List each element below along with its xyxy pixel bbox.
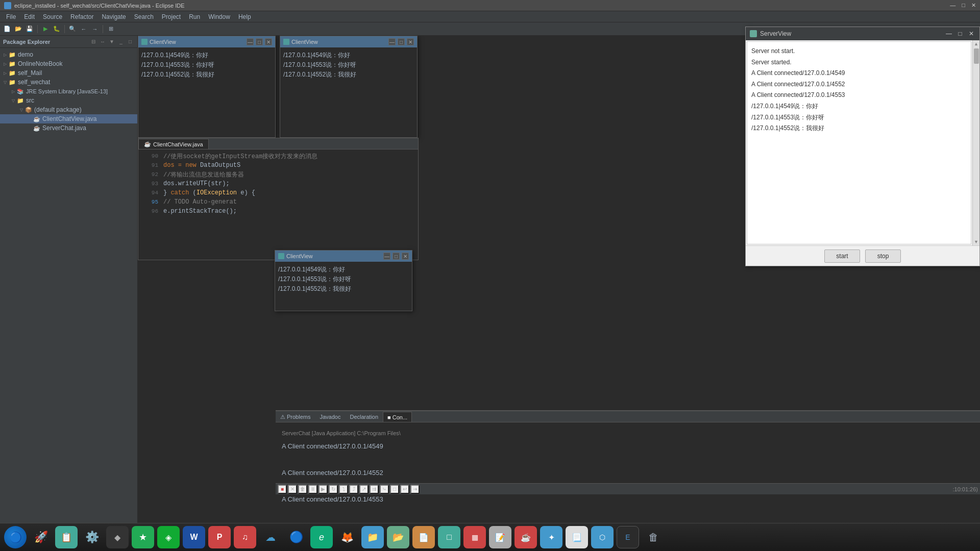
client-view-title-2[interactable]: ClientView — □ ✕: [280, 36, 417, 47]
toolbar-search[interactable]: 🔍: [67, 24, 78, 34]
link-editor-btn[interactable]: ↔: [99, 38, 107, 46]
sidebar-item-clientchat[interactable]: ▷ ☕ ClientChatView.java: [0, 114, 137, 123]
collapse-all-btn[interactable]: ⊟: [89, 38, 97, 46]
taskbar-vscode[interactable]: ◈: [157, 526, 180, 548]
server-view-title[interactable]: ServerView — □ ✕: [746, 27, 979, 40]
sidebar-item-jre[interactable]: ▷ 📚 JRE System Library [JavaSE-13]: [0, 87, 137, 96]
toolbar-forward[interactable]: →: [90, 24, 100, 34]
debug-disconnect[interactable]: ✕: [288, 485, 297, 494]
tab-console[interactable]: ■ Con...: [383, 412, 412, 422]
menu-refactor[interactable]: Refactor: [66, 12, 97, 21]
maximize-cv3[interactable]: □: [393, 253, 400, 260]
view-menu-btn[interactable]: ▼: [108, 38, 116, 46]
debug-step10[interactable]: ↩: [400, 485, 409, 494]
menu-run[interactable]: Run: [185, 12, 204, 21]
taskbar-files[interactable]: 📁: [361, 526, 384, 548]
debug-stop-btn[interactable]: ■: [278, 485, 287, 494]
sv-maximize-btn[interactable]: □: [956, 30, 964, 38]
sv-scroll-thumb[interactable]: [974, 48, 979, 64]
debug-step7[interactable]: ⇉: [370, 485, 379, 494]
debug-step8[interactable]: ⤷: [380, 485, 389, 494]
close-cv3[interactable]: ✕: [402, 253, 409, 260]
close-btn[interactable]: ✕: [971, 2, 976, 9]
sv-scrollbar[interactable]: ▲ ▼: [972, 40, 979, 245]
code-content[interactable]: 90 //使用socket的getInputStream接收对方发来的消息 91…: [138, 149, 418, 260]
taskbar-onedrive[interactable]: ☁: [259, 526, 282, 548]
menu-edit[interactable]: Edit: [20, 12, 39, 21]
taskbar-chrome[interactable]: 🔵: [285, 526, 307, 548]
taskbar-star[interactable]: ★: [132, 526, 154, 548]
console-content[interactable]: ServerChat [Java Application] C:\Program…: [276, 422, 980, 522]
menu-help[interactable]: Help: [234, 12, 255, 21]
debug-step6[interactable]: ↗: [359, 485, 369, 494]
taskbar-sysprefs[interactable]: ⚙️: [81, 526, 103, 548]
sidebar-item-demo[interactable]: ▷ 📁 demo: [0, 50, 137, 59]
menu-project[interactable]: Project: [158, 12, 185, 21]
tab-problems[interactable]: ⚠ Problems: [276, 412, 315, 422]
minimize-cv2[interactable]: —: [388, 38, 396, 45]
sv-close-btn[interactable]: ✕: [967, 30, 975, 38]
taskbar-text[interactable]: 📝: [489, 526, 511, 548]
maximize-panel-btn[interactable]: □: [126, 38, 134, 46]
minimize-btn[interactable]: —: [950, 2, 955, 9]
sidebar-item-selfmail[interactable]: ▷ 📁 self_Mail: [0, 68, 137, 78]
taskbar-unity[interactable]: ◆: [106, 526, 129, 548]
toolbar-open[interactable]: 📂: [13, 24, 23, 34]
tab-javadoc[interactable]: Javadoc: [315, 412, 345, 422]
taskbar-eclipse[interactable]: E: [617, 526, 639, 548]
taskbar-app2[interactable]: ▦: [463, 526, 486, 548]
toolbar-back[interactable]: ←: [79, 24, 89, 34]
server-stop-btn[interactable]: stop: [865, 249, 901, 263]
sv-minimize-btn[interactable]: —: [945, 30, 953, 38]
taskbar-launchpad[interactable]: 🚀: [30, 526, 52, 548]
debug-step2[interactable]: ▶: [318, 485, 328, 494]
taskbar-star2[interactable]: ✦: [540, 526, 562, 548]
client-view-title-3[interactable]: ClientView — □ ✕: [275, 251, 412, 262]
sidebar-item-selfwechat[interactable]: ▽ 📁 self_wechat: [0, 78, 137, 87]
client-view-title-1[interactable]: ClientView — □ ✕: [138, 36, 275, 47]
maximize-cv1[interactable]: □: [256, 38, 263, 45]
sidebar-item-serverchat[interactable]: ▷ ☕ ServerChat.java: [0, 123, 137, 133]
taskbar-notepad[interactable]: 📃: [566, 526, 588, 548]
debug-remove[interactable]: 🗑: [298, 485, 307, 494]
taskbar-java[interactable]: ☕: [514, 526, 537, 548]
sidebar-item-src[interactable]: ▽ 📁 src: [0, 96, 137, 105]
sv-scroll-down[interactable]: ▼: [974, 239, 978, 244]
server-start-btn[interactable]: start: [824, 249, 860, 263]
debug-step9[interactable]: □: [390, 485, 399, 494]
close-cv2[interactable]: ✕: [407, 38, 414, 45]
menu-window[interactable]: Window: [204, 12, 234, 21]
debug-step5[interactable]: ⤴: [349, 485, 358, 494]
debug-step11[interactable]: ⇥: [410, 485, 420, 494]
menu-file[interactable]: File: [2, 12, 20, 21]
taskbar-firefox[interactable]: 🦊: [336, 526, 358, 548]
maximize-cv2[interactable]: □: [398, 38, 405, 45]
toolbar-debug[interactable]: 🐛: [52, 24, 62, 34]
toolbar-new[interactable]: 📄: [2, 24, 12, 34]
taskbar-word[interactable]: W: [183, 526, 205, 548]
taskbar-edge[interactable]: e: [310, 526, 333, 548]
taskbar-notes[interactable]: 📋: [55, 526, 78, 548]
debug-step4[interactable]: ⤵: [339, 485, 348, 494]
minimize-cv3[interactable]: —: [383, 253, 390, 260]
close-cv1[interactable]: ✕: [265, 38, 272, 45]
taskbar-virtualbox[interactable]: □: [438, 526, 460, 548]
code-tab-clientchat[interactable]: ☕ ClientChatView.java: [138, 139, 209, 149]
taskbar-trash[interactable]: 🗑: [642, 526, 665, 548]
taskbar-music[interactable]: ♫: [234, 526, 256, 548]
sidebar-item-default-pkg[interactable]: ▽ 📦 (default package): [0, 105, 137, 114]
minimize-cv1[interactable]: —: [247, 38, 254, 45]
taskbar-finder2[interactable]: 📂: [387, 526, 409, 548]
toolbar-perspective[interactable]: ⊞: [106, 24, 116, 34]
menu-search[interactable]: Search: [130, 12, 158, 21]
sidebar-item-onlinenote[interactable]: ▷ 📁 OnlineNoteBook: [0, 59, 137, 68]
tab-declaration[interactable]: Declaration: [345, 412, 383, 422]
toolbar-save[interactable]: 💾: [24, 24, 35, 34]
taskbar-ppt[interactable]: P: [208, 526, 231, 548]
sv-scroll-up[interactable]: ▲: [974, 41, 978, 46]
taskbar-pdf[interactable]: 📄: [412, 526, 435, 548]
maximize-btn[interactable]: □: [962, 2, 965, 9]
debug-step1[interactable]: ⏸: [308, 485, 317, 494]
minimize-panel-btn[interactable]: _: [117, 38, 125, 46]
menu-navigate[interactable]: Navigate: [97, 12, 130, 21]
